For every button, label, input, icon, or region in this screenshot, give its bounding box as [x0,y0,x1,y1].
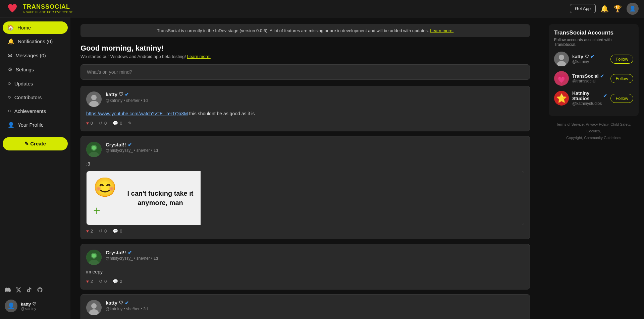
post-card: Crystal!! ✔ @mistycryssy_ • she/her • 1d… [80,136,530,239]
post-username: Crystal!! ✔ [106,250,158,255]
footer-link-community[interactable]: Community Guidelines [584,136,621,140]
contributors-icon: ○ [8,94,11,100]
greeting-sub-link[interactable]: Learn more! [187,54,211,59]
retweet-count: 0 [104,279,107,284]
social-icons [3,284,68,297]
create-button[interactable]: ✎ Create [3,137,68,150]
post-handle: @mistycryssy_ [106,148,133,153]
post-handle: @katniny [106,98,122,103]
tiktok-icon[interactable] [26,287,32,294]
like-action[interactable]: ♥ 2 [86,279,93,284]
account-row: katty ♡ ✔ @katniny Follow [554,52,633,66]
comment-action[interactable]: 💬 2 [113,279,122,284]
like-action[interactable]: ♥ 2 [86,229,93,234]
sidebar-user-display: katty ♡ [21,302,36,307]
retweet-action[interactable]: ↺ 0 [99,279,107,284]
comment-action[interactable]: 💬 0 [113,121,122,126]
verified-badge: ✔ [600,73,604,79]
logo-text: TRANSSOCIAL A SAFE PLACE FOR EVERYONE. [23,3,74,14]
footer-link-copyright[interactable]: Copyright [566,136,582,140]
logo-area: TRANSSOCIAL A SAFE PLACE FOR EVERYONE. [5,2,74,16]
footer-link-cookies[interactable]: Cookies [587,129,600,133]
greeting-title: Good morning, katniny! [80,44,530,53]
post-body: https://www.youtube.com/watch?v=E_irerTQ… [86,110,524,117]
user-avatar-topbar[interactable]: 👤 [627,3,639,15]
sidebar-item-your-profile-label: Your Profile [18,122,44,128]
edit-action[interactable]: ✎ [128,121,132,126]
retweet-action[interactable]: ↺ 0 [99,121,107,126]
post-box-placeholder: What's on your mind? [87,69,132,75]
post-header: Crystal!! ✔ @mistycryssy_ • she/her • 1d [86,250,524,265]
footer-link-privacy[interactable]: Privacy Policy [586,122,608,126]
greeting: Good morning, katniny! We started our Wi… [80,44,530,59]
post-time: 1d [143,98,148,103]
post-compose-box[interactable]: What's on your mind? [80,64,530,80]
post-header: katty ♡ ✔ @katniny • she/her • 1d [86,91,524,107]
sidebar-item-home[interactable]: 🏠 Home [3,21,68,34]
post-time: 1d [154,256,158,261]
comment-count: 0 [120,229,122,234]
sidebar-item-achievements-label: Achievements [14,108,46,114]
accounts-box: TransSocial Accounts Follow accounts ass… [549,24,639,116]
greeting-sub-text: We started our Windows and Android app b… [80,54,186,59]
github-icon[interactable] [37,287,43,294]
post-link[interactable]: https://www.youtube.com/watch?v=E_irerTQ… [86,111,188,116]
sidebar-item-messages[interactable]: ✉ Messages (0) [3,49,68,62]
sidebar-bottom: 👤 katty ♡ @katniny [3,280,68,315]
discord-icon[interactable] [5,287,11,294]
post-body: :3 [86,161,524,168]
post-actions: ♥ 2 ↺ 0 💬 0 [86,229,524,234]
post-meta: katty ♡ ✔ @katniny • she/her • 2d [106,300,148,311]
post-username: Crystal!! ✔ [106,142,158,147]
sidebar-item-your-profile[interactable]: 👤 Your Profile [3,118,68,131]
edit-icon: ✎ [128,121,132,126]
sidebar-item-achievements[interactable]: ○ Achievements [3,105,68,117]
sidebar-item-updates[interactable]: ○ Updates [3,77,68,90]
verified-badge: ✔ [128,250,132,255]
post-sub: @mistycryssy_ • she/her • 1d [106,256,158,261]
heart-icon: ♥ [86,121,89,126]
retweet-count: 0 [104,229,107,234]
post-image: 😊+ I can't fucking take it anymore, man [86,171,524,225]
post-header: Crystal!! ✔ @mistycryssy_ • she/her • 1d [86,142,524,157]
post-body: im eepy [86,268,524,275]
twitter-icon[interactable] [15,287,21,294]
topbar: TRANSSOCIAL A SAFE PLACE FOR EVERYONE. G… [0,0,644,17]
sidebar-user-names: katty ♡ @katniny [21,302,36,311]
get-app-button[interactable]: Get App [570,4,596,13]
account-handle: @katniny [572,59,607,64]
sidebar-user-avatar: 👤 [5,300,17,312]
follow-button-katty[interactable]: Follow [610,55,633,64]
svg-point-11 [92,254,96,258]
like-action[interactable]: ♥ 0 [86,121,93,126]
follow-button-katninystudios[interactable]: Follow [610,94,633,103]
post-meta: Crystal!! ✔ @mistycryssy_ • she/her • 1d [106,142,158,153]
comment-count: 2 [120,279,122,284]
like-count: 0 [91,121,93,126]
account-name: TransSocial ✔ [572,73,607,79]
account-row: ⭐ Katniny Studios ✔ @katninystudios Foll… [554,90,633,106]
sidebar-item-notifications-label: Notifications (0) [18,39,53,44]
sidebar-item-notifications[interactable]: 🔔 Notifications (0) [3,35,68,48]
banner-link[interactable]: Learn more. [430,28,453,33]
updates-icon: ○ [8,80,11,86]
sidebar-item-settings[interactable]: ⚙ Settings [3,63,68,76]
post-avatar [86,300,102,315]
retweet-icon: ↺ [99,121,103,126]
footer-link-tos[interactable]: Terms of Service [556,122,584,126]
sidebar-item-messages-label: Messages (0) [15,53,46,58]
layout: 🏠 Home 🔔 Notifications (0) ✉ Messages (0… [0,17,644,319]
comment-icon: 💬 [113,121,118,126]
post-card: Crystal!! ✔ @mistycryssy_ • she/her • 1d… [80,244,530,290]
follow-button-transsocial[interactable]: Follow [610,74,633,83]
account-name: Katniny Studios ✔ [572,90,607,101]
post-display-name: katty ♡ [106,300,123,306]
trophy-icon[interactable]: 🏆 [613,5,622,13]
retweet-action[interactable]: ↺ 0 [99,229,107,234]
comment-action[interactable]: 💬 0 [113,229,122,234]
sidebar-item-contributors[interactable]: ○ Contributors [3,91,68,104]
sidebar: 🏠 Home 🔔 Notifications (0) ✉ Messages (0… [0,17,70,319]
footer-link-child-safety[interactable]: Child Safety [610,122,630,126]
bell-icon[interactable]: 🔔 [600,5,609,13]
greeting-subtitle: We started our Windows and Android app b… [80,54,530,59]
